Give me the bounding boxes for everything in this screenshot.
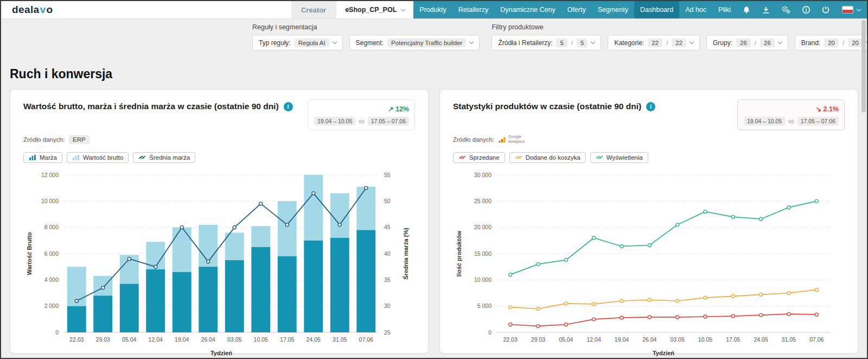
chevron-down-icon bbox=[857, 7, 861, 11]
filters-bar: Reguły i segmentacja Typ reguły: Reguła … bbox=[1, 19, 867, 61]
chevron-down-icon bbox=[401, 7, 405, 11]
legend-chip-marża[interactable]: Marża bbox=[23, 152, 62, 163]
svg-text:8 000: 8 000 bbox=[44, 224, 59, 230]
svg-text:6 000: 6 000 bbox=[44, 250, 59, 257]
groups-total: 26 bbox=[760, 39, 775, 47]
legend-chip-wyświetlenia[interactable]: Wyświetlenia bbox=[590, 152, 648, 163]
svg-text:25 000: 25 000 bbox=[474, 198, 492, 204]
product-filters-group: Filtry produktowe Źródła i Retailerzy: 5… bbox=[492, 23, 868, 51]
svg-text:26.04: 26.04 bbox=[642, 336, 656, 343]
chevron-down-icon bbox=[591, 40, 595, 44]
nav-item-oferty[interactable]: Oferty bbox=[561, 1, 592, 18]
brand-select[interactable]: Brand: 20 / 20 bbox=[795, 35, 868, 51]
vs-label: vs bbox=[788, 118, 794, 124]
svg-text:Tydzień: Tydzień bbox=[653, 350, 674, 356]
power-icon[interactable] bbox=[816, 5, 835, 14]
svg-text:07.06: 07.06 bbox=[809, 336, 824, 343]
period-a: 19.04 – 10.05 bbox=[314, 117, 355, 125]
sources-retailers-select[interactable]: Źródła i Retailerzy: 5 / 5 bbox=[492, 35, 601, 51]
gears-icon[interactable] bbox=[776, 5, 796, 14]
language-selector[interactable] bbox=[835, 1, 867, 18]
svg-text:10 000: 10 000 bbox=[474, 276, 492, 283]
svg-text:17.05: 17.05 bbox=[726, 336, 740, 343]
rule-type-label: Typ reguły: bbox=[259, 39, 291, 47]
svg-text:29.03: 29.03 bbox=[531, 336, 545, 343]
trend-value: 12% bbox=[395, 105, 409, 113]
svg-text:5 000: 5 000 bbox=[477, 303, 492, 309]
svg-text:24.05: 24.05 bbox=[754, 336, 768, 343]
info-icon[interactable]: i bbox=[284, 102, 293, 111]
nav-item-produkty[interactable]: Produkty bbox=[413, 1, 452, 18]
nav-item-dynamiczne-ceny[interactable]: Dynamiczne Ceny bbox=[494, 1, 561, 18]
info-icon[interactable] bbox=[796, 5, 816, 14]
svg-text:29.03: 29.03 bbox=[96, 336, 110, 343]
sources-total: 5 bbox=[577, 39, 588, 47]
svg-text:15 000: 15 000 bbox=[474, 250, 492, 257]
nav-icons bbox=[737, 1, 835, 18]
nav-item-retailerzy[interactable]: Retailerzy bbox=[452, 1, 495, 18]
svg-text:2 000: 2 000 bbox=[44, 303, 59, 309]
trend-badge: ↘ 2.1% 19.04 – 10.05 vs 17.05 – 07.06 bbox=[737, 99, 845, 130]
line-icon bbox=[596, 154, 603, 161]
dealavo-logo[interactable]: dealavo bbox=[1, 1, 64, 18]
groups-label: Grupy: bbox=[713, 39, 732, 47]
bell-icon[interactable] bbox=[737, 6, 756, 14]
nav-item-dashboard[interactable]: Dashboard bbox=[634, 1, 679, 18]
svg-text:12.04: 12.04 bbox=[587, 336, 601, 343]
svg-text:05.04: 05.04 bbox=[122, 336, 136, 343]
svg-text:10.05: 10.05 bbox=[254, 336, 268, 343]
rules-section-label: Reguły i segmentacja bbox=[252, 23, 480, 31]
legend-chip-wartość-brutto[interactable]: Wartość brutto bbox=[67, 152, 129, 163]
brand-total: 20 bbox=[848, 39, 863, 47]
nav-item-pliki[interactable]: Pliki bbox=[712, 1, 737, 18]
svg-text:Ilość produktów: Ilość produktów bbox=[456, 230, 462, 276]
nav-items: ProduktyRetailerzyDynamiczne CenyOfertyS… bbox=[413, 1, 737, 18]
legend-chip-sprzedane[interactable]: Sprzedane bbox=[453, 152, 505, 163]
main-nav: ProduktyRetailerzyDynamiczne CenyOfertyS… bbox=[413, 1, 867, 18]
svg-text:20 000: 20 000 bbox=[474, 224, 492, 230]
svg-text:26.04: 26.04 bbox=[201, 336, 215, 343]
shop-selector[interactable]: eShop_CP_POL bbox=[336, 1, 413, 18]
segment-select[interactable]: Segment: Potencjalny Traffic builder bbox=[349, 35, 480, 51]
creator-button[interactable]: Creator bbox=[291, 1, 336, 18]
scrollbar-thumb[interactable] bbox=[861, 20, 866, 112]
logo-accent-v: v bbox=[40, 4, 46, 16]
google-analytics-logo: GoogleAnalytics bbox=[499, 135, 525, 144]
shop-name: eShop_CP_POL bbox=[345, 6, 397, 14]
chevron-down-icon bbox=[332, 40, 336, 44]
legend-chip-dodane-do-koszyka[interactable]: Dodane do koszyka bbox=[509, 152, 586, 163]
chart-legend: SprzedaneDodane do koszykaWyświetlenia bbox=[453, 152, 845, 163]
svg-text:0: 0 bbox=[488, 329, 492, 336]
page-title: Ruch i konwersja bbox=[10, 67, 858, 81]
svg-text:17.05: 17.05 bbox=[280, 336, 294, 343]
svg-text:19.04: 19.04 bbox=[615, 336, 629, 343]
card-title: Statystyki produktów w czasie (ostatnie … bbox=[453, 102, 641, 111]
info-icon[interactable]: i bbox=[646, 102, 655, 111]
chevron-down-icon bbox=[866, 40, 868, 44]
products-section-label: Filtry produktowe bbox=[492, 23, 868, 31]
rule-type-select[interactable]: Typ reguły: Reguła AI bbox=[252, 35, 343, 51]
google-analytics-icon bbox=[499, 136, 506, 143]
categories-select[interactable]: Kategorie: 22 / 22 bbox=[608, 35, 700, 51]
period-b: 17.05 – 07.06 bbox=[368, 117, 409, 125]
chevron-down-icon bbox=[469, 40, 474, 44]
ga-text-line2: Analytics bbox=[508, 139, 525, 144]
nav-item-ad-hoc[interactable]: Ad hoc bbox=[679, 1, 712, 18]
bars-icon bbox=[29, 154, 36, 161]
nav-item-segmenty[interactable]: Segmenty bbox=[592, 1, 634, 18]
svg-text:35: 35 bbox=[384, 276, 391, 283]
segment-label: Segment: bbox=[356, 39, 384, 47]
card-title: Wartość brutto, marża i średnia marża w … bbox=[23, 102, 279, 111]
logo-text: deala bbox=[12, 4, 40, 16]
source-label: Źródło danych: bbox=[453, 136, 494, 143]
scrollbar[interactable] bbox=[861, 20, 866, 357]
legend-chip-średnia-marża[interactable]: Średnia marża bbox=[133, 152, 195, 163]
svg-text:05.04: 05.04 bbox=[559, 336, 573, 343]
groups-select[interactable]: Grupy: 26 / 26 bbox=[706, 35, 788, 51]
vs-label: vs bbox=[359, 118, 365, 124]
source-label: Źródło danych: bbox=[23, 136, 65, 143]
svg-text:31.05: 31.05 bbox=[333, 336, 347, 343]
download-icon[interactable] bbox=[756, 6, 776, 14]
svg-text:31.05: 31.05 bbox=[782, 336, 796, 343]
svg-text:Tydzień: Tydzień bbox=[210, 350, 232, 356]
